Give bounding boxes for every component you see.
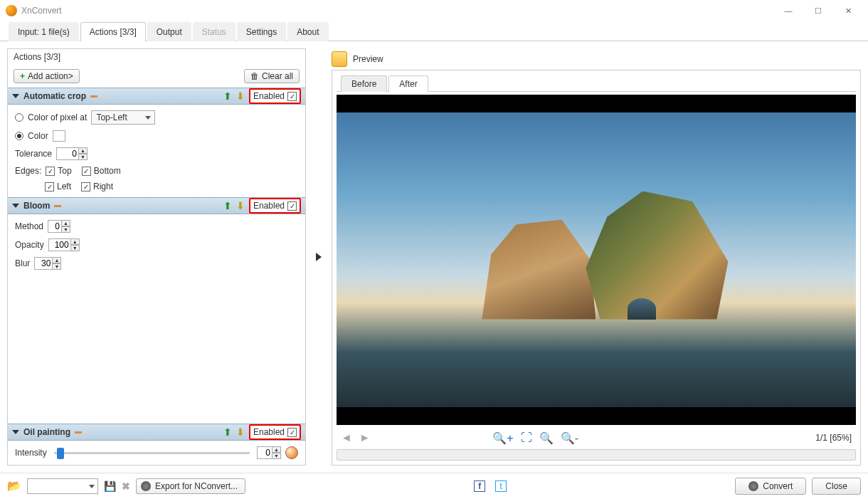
action-name: Bloom — [23, 201, 50, 211]
clear-all-button[interactable]: 🗑Clear all — [244, 69, 300, 83]
color-swatch[interactable] — [53, 130, 65, 142]
action-header-oil[interactable]: Oil painting ⬆ ⬇ Enabled — [8, 424, 305, 441]
titlebar: XnConvert — ☐ ✕ — [0, 0, 868, 21]
tab-before[interactable]: Before — [341, 75, 387, 92]
label-opacity: Opacity — [15, 240, 44, 250]
enabled-toggle[interactable]: Enabled — [249, 424, 301, 440]
collapse-icon — [12, 430, 19, 434]
enabled-checkbox[interactable] — [287, 201, 297, 211]
window-title: XnConvert — [21, 6, 62, 16]
zoom-out-icon[interactable]: 🔍- — [561, 431, 578, 445]
next-image-icon[interactable]: ► — [359, 431, 371, 444]
gear-icon — [141, 481, 151, 491]
action-name: Automatic crop — [23, 91, 86, 101]
method-input[interactable] — [48, 220, 62, 233]
delete-icon[interactable]: ✖ — [122, 480, 130, 492]
tolerance-input[interactable] — [56, 147, 79, 160]
minimize-button[interactable]: — — [774, 2, 803, 19]
enabled-toggle[interactable]: Enabled — [249, 198, 301, 214]
edge-right-checkbox[interactable] — [81, 182, 90, 191]
tab-input[interactable]: Input: 1 file(s) — [9, 22, 79, 41]
fit-icon[interactable]: ⛶ — [521, 431, 532, 445]
label-tolerance: Tolerance — [15, 149, 52, 159]
action-header-crop[interactable]: Automatic crop ⬆ ⬇ Enabled — [8, 88, 305, 105]
blur-spinner[interactable]: ▲▼ — [34, 257, 61, 270]
action-name: Oil painting — [23, 427, 70, 437]
radio-pixel-at[interactable] — [15, 113, 23, 122]
move-down-icon[interactable]: ⬇ — [236, 200, 245, 211]
preset-combo[interactable] — [27, 478, 98, 494]
method-spinner[interactable]: ▲▼ — [48, 220, 70, 233]
export-nconvert-button[interactable]: Export for NConvert... — [136, 478, 245, 494]
slider-thumb[interactable] — [57, 448, 64, 459]
radio-color[interactable] — [15, 132, 23, 140]
actions-panel-title: Actions [3/3] — [8, 49, 305, 65]
label-method: Method — [15, 221, 43, 231]
enabled-toggle[interactable]: Enabled — [249, 88, 301, 104]
position-select[interactable]: Top-Left — [91, 110, 155, 125]
collapse-icon — [12, 94, 19, 98]
convert-button[interactable]: Convert — [735, 478, 806, 495]
actions-panel: Actions [3/3] +Add action> 🗑Clear all Au… — [7, 48, 306, 466]
tab-after[interactable]: After — [388, 75, 428, 92]
label-blur: Blur — [15, 258, 30, 268]
main-tabs: Input: 1 file(s) Actions [3/3] Output St… — [0, 21, 868, 41]
remove-icon[interactable] — [90, 95, 97, 98]
tab-status[interactable]: Status — [193, 22, 235, 41]
collapse-icon — [12, 204, 19, 208]
remove-icon[interactable] — [54, 205, 61, 207]
plus-icon: + — [20, 71, 25, 81]
blur-input[interactable] — [34, 257, 53, 270]
move-down-icon[interactable]: ⬇ — [236, 90, 245, 102]
tab-settings[interactable]: Settings — [237, 22, 286, 41]
tolerance-spinner[interactable]: ▲▼ — [56, 147, 88, 160]
label-intensity: Intensity — [15, 448, 47, 458]
reset-icon[interactable] — [285, 446, 298, 459]
footer: 📂 💾 ✖ Export for NConvert... f t Convert… — [0, 473, 868, 498]
edge-top-checkbox[interactable] — [46, 167, 55, 176]
preview-image — [337, 95, 856, 425]
add-action-button[interactable]: +Add action> — [14, 69, 80, 83]
open-folder-icon[interactable]: 📂 — [7, 479, 21, 493]
move-up-icon[interactable]: ⬆ — [223, 200, 232, 211]
edge-left-checkbox[interactable] — [45, 182, 54, 191]
app-logo-icon — [6, 5, 17, 16]
zoom-in-icon[interactable]: 🔍+ — [492, 431, 513, 445]
opacity-spinner[interactable]: ▲▼ — [48, 238, 80, 251]
enabled-checkbox[interactable] — [287, 92, 297, 101]
horizontal-scrollbar[interactable] — [337, 449, 856, 461]
preview-title: Preview — [353, 54, 383, 64]
label-pixel-at: Color of pixel at — [28, 112, 87, 122]
move-up-icon[interactable]: ⬆ — [223, 426, 232, 438]
remove-icon[interactable] — [75, 431, 82, 434]
enabled-checkbox[interactable] — [287, 428, 297, 437]
prev-image-icon[interactable]: ◄ — [341, 431, 352, 444]
label-color: Color — [28, 131, 48, 141]
save-icon[interactable]: 💾 — [104, 480, 116, 492]
tab-actions[interactable]: Actions [3/3] — [80, 22, 146, 41]
chevron-right-icon — [316, 253, 322, 261]
twitter-icon[interactable]: t — [495, 480, 507, 492]
tab-output[interactable]: Output — [147, 22, 191, 41]
preview-toggle-icon[interactable] — [332, 51, 347, 67]
clear-icon: 🗑 — [250, 71, 259, 81]
gear-icon — [748, 481, 758, 491]
move-down-icon[interactable]: ⬇ — [236, 426, 245, 438]
close-app-button[interactable]: Close — [812, 478, 861, 495]
preview-count: 1/1 [65%] — [815, 433, 852, 443]
move-up-icon[interactable]: ⬆ — [223, 90, 232, 102]
action-header-bloom[interactable]: Bloom ⬆ ⬇ Enabled — [8, 197, 305, 214]
maximize-button[interactable]: ☐ — [804, 2, 832, 19]
edge-bottom-checkbox[interactable] — [82, 167, 91, 176]
facebook-icon[interactable]: f — [474, 480, 485, 492]
opacity-input[interactable] — [48, 238, 71, 251]
splitter[interactable] — [312, 48, 326, 466]
zoom-actual-icon[interactable]: 🔍 — [539, 431, 554, 445]
preview-panel: Preview Before After ◄ ► — [332, 48, 861, 466]
intensity-spinner[interactable]: ▲▼ — [257, 446, 281, 459]
close-button[interactable]: ✕ — [834, 2, 862, 19]
intensity-input[interactable] — [257, 446, 272, 459]
label-edges: Edges: — [15, 166, 41, 176]
intensity-slider[interactable] — [54, 452, 250, 454]
tab-about[interactable]: About — [287, 22, 328, 41]
